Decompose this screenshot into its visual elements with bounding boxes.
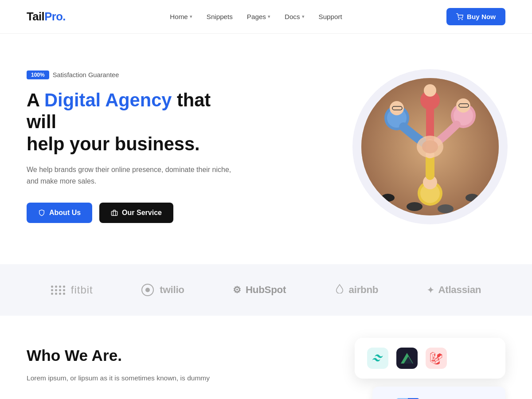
svg-point-13 — [456, 98, 470, 113]
our-service-button[interactable]: Our Service — [99, 203, 173, 223]
brand-fitbit: fitbit — [51, 284, 93, 296]
alpine-icon-container — [396, 348, 418, 369]
tailwind-icon-container — [367, 348, 388, 369]
chevron-down-icon: ▾ — [302, 14, 305, 20]
laravel-icon-container — [426, 348, 447, 369]
fitbit-dots-icon — [51, 286, 66, 295]
about-us-button[interactable]: About Us — [27, 203, 92, 223]
badge-text: Satisfaction Guarantee — [53, 71, 119, 78]
nav-support[interactable]: Support — [319, 13, 342, 20]
tech-icons-card — [355, 338, 505, 379]
who-description: Lorem ipsum, or lipsum as it is sometime… — [27, 372, 210, 384]
hero-image-outer-ring — [355, 71, 505, 222]
svg-point-25 — [407, 202, 422, 211]
svg-point-27 — [381, 194, 395, 202]
airbnb-icon — [335, 284, 344, 296]
alpine-icon — [401, 353, 413, 364]
chevron-down-icon: ▾ — [268, 14, 270, 20]
brands-section: fitbit twilio ⚙ HubSpot airbnb ✦ Atlassi… — [0, 264, 532, 316]
who-section: Who We Are. Lorem ipsum, or lipsum as it… — [0, 316, 532, 399]
logo-highlight: Pro. — [44, 10, 66, 23]
nav-home[interactable]: Home ▾ — [170, 13, 192, 20]
atlassian-icon: ✦ — [427, 285, 434, 295]
nav-snippets[interactable]: Snippets — [207, 13, 233, 20]
svg-point-1 — [462, 19, 462, 20]
svg-point-8 — [390, 101, 404, 115]
svg-point-28 — [466, 194, 479, 202]
svg-rect-2 — [111, 211, 117, 215]
airbnb-svg-icon — [335, 284, 344, 293]
hero-image — [361, 78, 499, 215]
hero-section: 100% Satisfaction Guarantee A Digital Ag… — [0, 34, 532, 264]
chevron-down-icon: ▾ — [190, 14, 192, 20]
stats-chart — [372, 387, 505, 399]
who-visual: P — [328, 347, 505, 399]
brand-hubspot: ⚙ HubSpot — [233, 284, 286, 296]
satisfaction-badge: 100% Satisfaction Guarantee — [27, 70, 119, 79]
svg-point-21 — [424, 84, 436, 97]
hero-image-area — [355, 71, 505, 222]
svg-point-24 — [422, 140, 438, 153]
briefcase-icon — [111, 209, 118, 216]
hero-title-highlight: Digital Agency — [44, 90, 172, 110]
hero-title: A Digital Agency that willhelp your busi… — [27, 89, 239, 156]
nav-links: Home ▾ Snippets Pages ▾ Docs ▾ Support — [170, 13, 342, 20]
nav-docs[interactable]: Docs ▾ — [285, 13, 305, 20]
brand-airbnb: airbnb — [335, 284, 379, 296]
badge-pill: 100% — [27, 70, 49, 79]
hero-content: 100% Satisfaction Guarantee A Digital Ag… — [27, 70, 239, 223]
hubspot-icon: ⚙ — [233, 285, 241, 295]
who-title: Who We Are. — [27, 347, 210, 364]
brand-atlassian: ✦ Atlassian — [427, 284, 481, 296]
shield-icon — [38, 209, 45, 216]
who-content: Who We Are. Lorem ipsum, or lipsum as it… — [27, 347, 210, 384]
buy-now-button[interactable]: Buy Now — [446, 8, 505, 25]
tailwind-icon — [372, 352, 384, 364]
navbar: TailPro. Home ▾ Snippets Pages ▾ Docs ▾ … — [0, 0, 532, 34]
twilio-icon — [141, 284, 154, 296]
hero-description: We help brands grow their online presenc… — [27, 164, 239, 187]
svg-point-0 — [458, 19, 459, 20]
team-illustration — [361, 78, 499, 215]
hero-buttons: About Us Our Service — [27, 203, 239, 223]
logo[interactable]: TailPro. — [27, 10, 66, 23]
svg-point-26 — [438, 204, 454, 213]
nav-pages[interactable]: Pages ▾ — [247, 13, 270, 20]
laravel-icon — [430, 352, 442, 364]
brand-twilio: twilio — [141, 284, 184, 296]
cart-icon — [456, 13, 463, 20]
twilio-inner-dot — [145, 288, 150, 292]
